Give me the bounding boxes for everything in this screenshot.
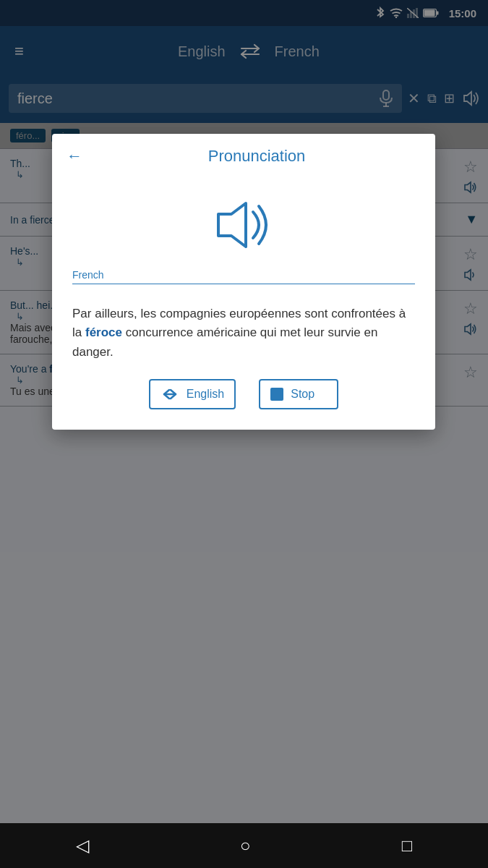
card-buttons: English Stop xyxy=(52,379,435,409)
pronunciation-card: ← Pronunciation French Par ailleurs, les… xyxy=(52,134,435,430)
english-btn-label: English xyxy=(187,388,224,401)
card-title: Pronunciation xyxy=(93,147,421,166)
big-sound-icon[interactable] xyxy=(211,196,276,254)
english-button[interactable]: English xyxy=(149,379,236,409)
lang-label-section: French xyxy=(52,268,435,293)
card-header: ← Pronunciation xyxy=(52,134,435,176)
stop-icon xyxy=(270,388,283,401)
english-btn-icon xyxy=(160,386,179,402)
lang-underline xyxy=(72,284,415,284)
back-button[interactable]: ← xyxy=(67,147,82,166)
android-back-button[interactable]: ◁ xyxy=(76,835,89,856)
modal-overlay xyxy=(0,0,488,868)
android-nav-bar: ◁ ○ □ xyxy=(0,823,488,868)
card-text-highlight: féroce xyxy=(85,326,122,339)
android-home-button[interactable]: ○ xyxy=(240,835,251,856)
audio-section xyxy=(52,176,435,268)
card-text: Par ailleurs, les compagnies européennes… xyxy=(52,293,435,379)
android-recents-button[interactable]: □ xyxy=(402,835,413,856)
lang-label: French xyxy=(72,269,104,281)
stop-button[interactable]: Stop xyxy=(259,379,338,409)
stop-btn-label: Stop xyxy=(291,388,314,401)
